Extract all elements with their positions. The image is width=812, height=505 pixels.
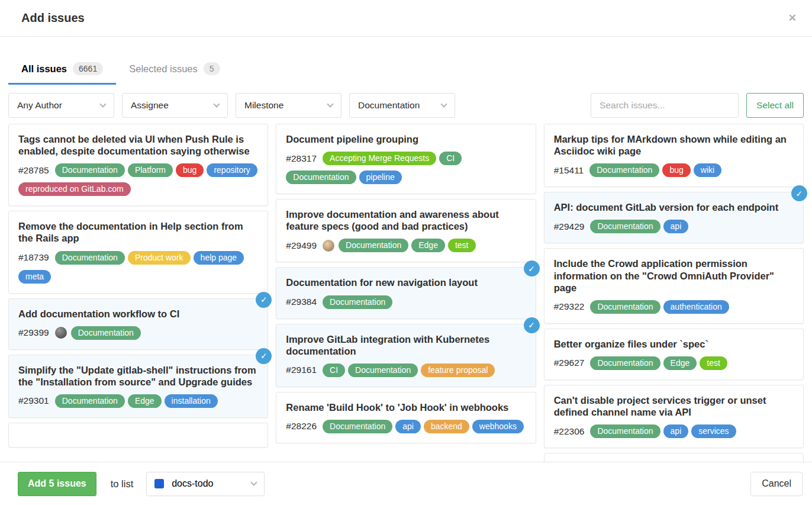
select-all-button[interactable]: Select all <box>746 93 804 118</box>
issue-meta: #28785 DocumentationPlatformbugrepositor… <box>18 163 258 196</box>
issue-meta: #29429 Documentationapi <box>554 220 794 233</box>
issue-card[interactable]: Document pipeline grouping #28317 Accept… <box>276 124 536 194</box>
issue-label: Documentation <box>339 239 408 252</box>
issue-label: api <box>663 424 689 438</box>
selected-check-icon: ✓ <box>256 348 272 364</box>
issue-card[interactable]: Improve documentation and awareness abou… <box>276 199 536 262</box>
issue-label: test <box>448 239 476 252</box>
issue-card[interactable]: Markup tips for MArkdown shown while edi… <box>544 124 804 187</box>
list-color-swatch <box>154 479 164 488</box>
issue-card[interactable]: ✓ Simplify the "Update gitlab-shell" ins… <box>8 355 268 418</box>
issue-id: #28317 <box>286 153 317 164</box>
issue-label: pipeline <box>359 171 402 184</box>
issue-id: #15411 <box>554 165 584 176</box>
assignee-filter-dropdown[interactable]: Assignee <box>122 93 228 118</box>
issue-label: Documentation <box>589 163 659 177</box>
issue-label: reproduced on GitLab.com <box>18 182 131 196</box>
issue-card[interactable]: ✓ API: document GitLab version for each … <box>544 192 804 243</box>
tab-label: Selected issues <box>129 63 198 75</box>
issue-title: Document pipeline grouping <box>286 133 526 145</box>
issue-label: installation <box>165 394 218 408</box>
issue-title: Markup tips for MArkdown shown while edi… <box>554 133 794 157</box>
issue-label: test <box>700 356 727 370</box>
issue-card[interactable]: Tags cannot be deleted via UI when Push … <box>8 124 268 206</box>
issue-label: Documentation <box>590 424 660 438</box>
issue-label: Documentation <box>590 300 660 314</box>
issue-card[interactable]: Can't disable project services trigger o… <box>544 385 804 448</box>
author-filter-dropdown[interactable]: Any Author <box>8 93 114 118</box>
issue-label: help page <box>194 251 244 265</box>
issue-card[interactable] <box>544 453 804 462</box>
tab-selected-issues[interactable]: Selected issues 5 <box>116 56 233 85</box>
issue-card[interactable]: ✓ Add documentation workflow to CI #2939… <box>8 298 268 350</box>
issue-meta: #28317 Accepting Merge RequestsCIDocumen… <box>286 152 526 184</box>
issue-label: Documentation <box>286 171 356 184</box>
add-issues-button[interactable]: Add 5 issues <box>18 472 96 496</box>
label-filter-dropdown[interactable]: Documentation <box>349 93 455 118</box>
issue-card[interactable]: Rename 'Build Hook' to 'Job Hook' in web… <box>276 392 536 443</box>
list-select-dropdown[interactable]: docs-todo <box>146 472 265 496</box>
issue-label: backend <box>424 420 469 433</box>
issue-label: Documentation <box>590 356 660 370</box>
search-input[interactable] <box>591 93 739 118</box>
issue-title: Add documentation workflow to CI <box>18 308 258 320</box>
issue-label: Platform <box>128 163 173 177</box>
selected-check-icon: ✓ <box>524 260 540 276</box>
issue-label: Documentation <box>590 220 660 233</box>
list-name: docs-todo <box>172 478 213 489</box>
issue-meta: #22306 Documentationapiservices <box>554 424 794 438</box>
avatar <box>323 240 334 252</box>
issue-id: #22306 <box>554 426 585 437</box>
modal-title: Add issues <box>21 11 85 25</box>
filter-bar: Any Author Assignee Milestone Documentat… <box>0 93 812 118</box>
milestone-filter-dropdown[interactable]: Milestone <box>236 93 341 118</box>
issue-meta: #28226 Documentationapibackendwebhooks <box>286 420 526 433</box>
issue-meta: #29322 Documentationauthentication <box>554 300 794 314</box>
issue-label: api <box>663 220 689 233</box>
issue-title: Remove the documentation in Help section… <box>18 220 258 244</box>
issue-id: #29301 <box>18 395 49 406</box>
modal-footer: Add 5 issues to list docs-todo Cancel <box>0 462 812 505</box>
issue-label: feature proposal <box>421 364 495 377</box>
issue-card[interactable]: ✓ Documentation for new navigation layou… <box>276 267 536 319</box>
add-issues-modal: Add issues ✕ All issues 6661 Selected is… <box>0 0 812 505</box>
issue-label: Product work <box>128 251 191 265</box>
issue-id: #29429 <box>554 221 585 232</box>
tab-count-badge: 6661 <box>73 62 103 75</box>
issue-meta: #29301 DocumentationEdgeinstallation <box>18 394 258 408</box>
issue-card[interactable]: Include the Crowd application permission… <box>544 248 804 323</box>
issue-label: api <box>395 420 421 433</box>
issue-meta: #29161 CIDocumentationfeature proposal <box>286 364 526 377</box>
issue-label: Documentation <box>55 163 125 177</box>
issue-label: bug <box>662 163 690 177</box>
tab-all-issues[interactable]: All issues 6661 <box>8 56 116 85</box>
cancel-button[interactable]: Cancel <box>750 472 803 496</box>
assignee-filter-label: Assignee <box>131 100 169 111</box>
issue-id: #29384 <box>286 297 317 307</box>
chevron-down-icon <box>99 101 106 107</box>
issue-card[interactable]: Better organize files under `spec` #2962… <box>544 329 804 380</box>
issue-id: #29399 <box>18 327 49 338</box>
issue-label: webhooks <box>472 420 524 433</box>
issue-id: #28785 <box>18 165 49 176</box>
issue-label: Documentation <box>55 251 125 265</box>
milestone-filter-label: Milestone <box>244 100 283 111</box>
avatar <box>55 327 67 339</box>
issue-column: Markup tips for MArkdown shown while edi… <box>544 124 804 462</box>
issue-card[interactable] <box>8 423 268 448</box>
issue-label: bug <box>176 163 204 177</box>
issue-card[interactable]: ✓ Improve GitLab integration with Kubern… <box>276 324 536 387</box>
author-filter-label: Any Author <box>17 100 62 111</box>
issue-title: Can't disable project services trigger o… <box>554 394 794 418</box>
issue-id: #29499 <box>286 240 317 251</box>
issue-label: Documentation <box>71 326 141 340</box>
issue-card[interactable]: Remove the documentation in Help section… <box>8 211 268 293</box>
close-icon[interactable]: ✕ <box>788 13 797 23</box>
issue-meta: #29399 Documentation <box>18 326 258 340</box>
issue-label: CI <box>323 364 345 377</box>
issue-label: repository <box>207 163 257 177</box>
chevron-down-icon <box>440 101 447 107</box>
tab-count-badge: 5 <box>204 62 220 75</box>
issue-label: meta <box>18 270 51 284</box>
issue-label: Documentation <box>55 394 125 408</box>
